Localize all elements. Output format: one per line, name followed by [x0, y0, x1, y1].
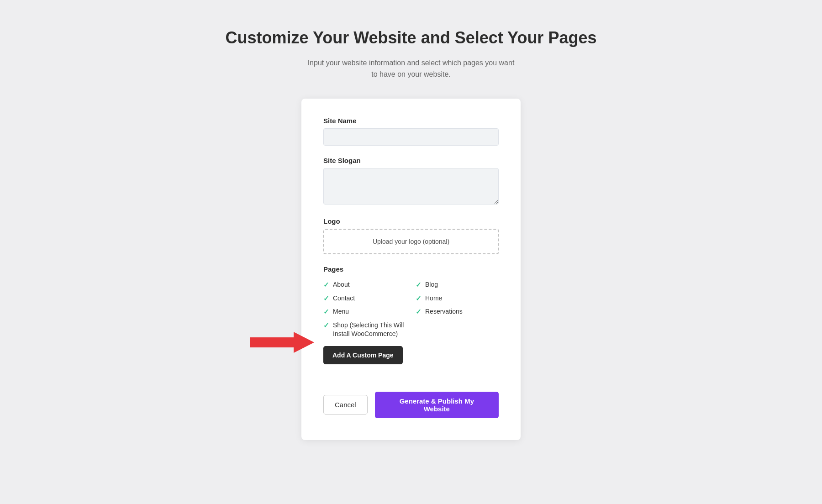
check-icon-menu: ✓	[323, 308, 329, 316]
page-item-menu[interactable]: ✓ Menu	[323, 307, 406, 316]
arrow-annotation	[250, 331, 314, 354]
site-name-field-group: Site Name	[323, 117, 499, 146]
page-name-about: About	[333, 280, 350, 289]
check-icon-contact: ✓	[323, 294, 329, 303]
page-name-home: Home	[425, 294, 442, 303]
pages-label: Pages	[323, 265, 499, 273]
pages-section: Pages ✓ About ✓ Blog ✓ Con	[323, 265, 499, 379]
check-icon-home: ✓	[416, 294, 422, 303]
page-container: Customize Your Website and Select Your P…	[9, 27, 813, 440]
site-slogan-label: Site Slogan	[323, 157, 499, 164]
page-name-contact: Contact	[333, 294, 355, 303]
svg-marker-0	[250, 332, 314, 353]
check-icon-about: ✓	[323, 281, 329, 289]
page-item-blog[interactable]: ✓ Blog	[416, 280, 499, 289]
page-name-blog: Blog	[425, 280, 438, 289]
logo-upload-text: Upload your logo (optional)	[373, 238, 449, 245]
check-icon-reservations: ✓	[416, 308, 422, 316]
page-item-shop[interactable]: ✓ Shop (Selecting This Will Install WooC…	[323, 321, 406, 339]
logo-field-group: Logo Upload your logo (optional)	[323, 217, 499, 254]
generate-publish-button[interactable]: Generate & Publish My Website	[375, 392, 499, 418]
site-slogan-input[interactable]	[323, 168, 499, 205]
add-custom-page-button[interactable]: Add A Custom Page	[323, 346, 403, 364]
logo-label: Logo	[323, 217, 499, 225]
page-item-about[interactable]: ✓ About	[323, 280, 406, 289]
site-slogan-field-group: Site Slogan	[323, 157, 499, 206]
check-icon-shop: ✓	[323, 321, 329, 330]
form-card: Site Name Site Slogan Logo Upload your l…	[301, 99, 521, 440]
page-name-shop: Shop (Selecting This Will Install WooCom…	[333, 321, 406, 339]
page-title: Customize Your Website and Select Your P…	[226, 27, 597, 49]
cancel-button[interactable]: Cancel	[323, 395, 368, 415]
logo-upload-area[interactable]: Upload your logo (optional)	[323, 229, 499, 254]
page-item-contact[interactable]: ✓ Contact	[323, 294, 406, 303]
page-subtitle: Input your website information and selec…	[306, 57, 516, 80]
page-item-reservations[interactable]: ✓ Reservations	[416, 307, 499, 316]
site-name-input[interactable]	[323, 128, 499, 146]
page-item-home[interactable]: ✓ Home	[416, 294, 499, 303]
page-header: Customize Your Website and Select Your P…	[226, 27, 597, 80]
form-actions: Cancel Generate & Publish My Website	[323, 392, 499, 418]
page-name-reservations: Reservations	[425, 307, 463, 316]
page-name-menu: Menu	[333, 307, 349, 316]
pages-grid: ✓ About ✓ Blog ✓ Contact ✓ Home ✓ Me	[323, 280, 499, 339]
site-name-label: Site Name	[323, 117, 499, 125]
arrow-icon	[250, 331, 314, 354]
check-icon-blog: ✓	[416, 281, 422, 289]
